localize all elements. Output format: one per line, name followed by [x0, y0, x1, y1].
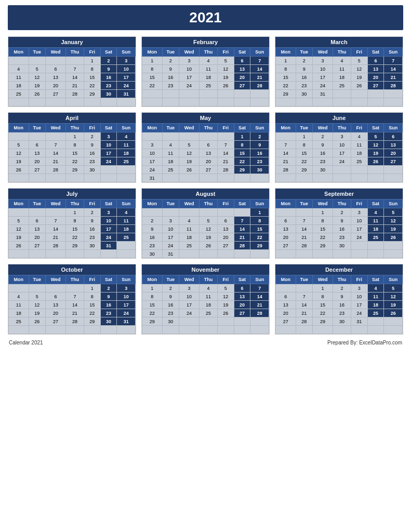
day-cell [333, 326, 351, 334]
day-cell: 9 [312, 141, 333, 149]
day-cell: 5 [217, 284, 234, 292]
day-header-tue: Tue [162, 124, 179, 132]
day-cell: 12 [29, 301, 45, 309]
day-cell: 26 [384, 309, 403, 317]
day-cell: 11 [351, 141, 367, 149]
day-cell [45, 250, 65, 258]
day-cell: 26 [217, 82, 234, 90]
day-cell [234, 326, 250, 334]
week-row [9, 326, 136, 334]
day-cell [29, 284, 45, 292]
day-cell: 25 [162, 166, 179, 174]
day-cell: 2 [333, 284, 351, 292]
day-cell: 23 [333, 233, 351, 242]
day-cell: 1 [84, 284, 100, 292]
day-cell: 28 [217, 166, 234, 174]
week-row [276, 250, 403, 258]
week-row: 12131415161718 [9, 225, 136, 233]
week-row: 25262728293031 [9, 90, 136, 98]
day-cell: 11 [117, 217, 136, 225]
week-row [9, 174, 136, 182]
day-cell [217, 174, 234, 182]
day-cell: 4 [9, 292, 29, 301]
day-cell [200, 250, 218, 258]
day-cell: 27 [367, 82, 384, 90]
day-cell: 18 [200, 301, 218, 309]
day-cell: 11 [162, 149, 179, 157]
day-cell [117, 174, 136, 182]
day-cell: 5 [200, 217, 218, 225]
week-row: 11121314151617 [9, 73, 136, 82]
day-cell: 10 [333, 141, 351, 149]
day-cell: 17 [117, 301, 136, 309]
day-cell: 20 [234, 73, 250, 82]
day-cell: 10 [117, 65, 136, 73]
month-table-december: MonTueWedThuFriSatSun1234567891011121314… [275, 275, 403, 334]
day-cell: 24 [117, 309, 136, 317]
week-row [276, 174, 403, 182]
day-cell: 31 [100, 242, 117, 250]
day-cell: 8 [84, 65, 100, 73]
day-cell: 24 [117, 82, 136, 90]
day-cell: 5 [217, 57, 234, 65]
week-row: 2728293031 [276, 317, 403, 326]
day-cell: 18 [179, 233, 199, 242]
day-cell: 8 [312, 217, 333, 225]
week-row [142, 326, 269, 334]
day-cell: 21 [234, 233, 250, 242]
day-cell [45, 174, 65, 182]
day-cell: 26 [179, 166, 199, 174]
day-cell: 29 [84, 90, 100, 98]
day-cell: 13 [234, 65, 250, 73]
day-cell [100, 166, 117, 174]
day-header-sun: Sun [117, 124, 136, 132]
month-table-march: MonTueWedThuFriSatSun1234567891011121314… [275, 47, 403, 107]
day-header-sun: Sun [117, 275, 136, 284]
day-cell [250, 250, 269, 258]
day-header-tue: Tue [162, 200, 179, 208]
day-cell: 19 [217, 301, 234, 309]
day-cell: 21 [276, 157, 296, 166]
day-cell: 26 [29, 90, 45, 98]
week-row [142, 90, 269, 98]
day-header-thu: Thu [333, 275, 351, 284]
day-cell: 11 [367, 217, 384, 225]
day-header-sat: Sat [234, 200, 250, 208]
day-cell: 28 [234, 242, 250, 250]
year-title: 2021 [8, 5, 403, 30]
week-row: 12345 [276, 284, 403, 292]
day-header-tue: Tue [29, 124, 45, 132]
day-cell [117, 250, 136, 258]
day-cell [84, 174, 100, 182]
day-cell [276, 132, 296, 141]
week-row: 6789101112 [276, 292, 403, 301]
day-cell: 5 [9, 217, 29, 225]
day-cell: 2 [162, 57, 179, 65]
day-cell: 10 [100, 217, 117, 225]
day-cell: 30 [100, 317, 117, 326]
day-cell [142, 208, 163, 217]
day-cell: 13 [217, 225, 234, 233]
day-cell: 10 [162, 225, 179, 233]
week-row: 31 [142, 174, 269, 182]
day-cell: 1 [250, 208, 269, 217]
month-title-april: April [8, 113, 136, 123]
day-cell: 17 [351, 301, 367, 309]
day-cell: 20 [367, 73, 384, 82]
day-cell: 7 [296, 292, 312, 301]
day-cell: 22 [234, 157, 250, 166]
day-cell [367, 326, 384, 334]
day-cell: 20 [276, 233, 296, 242]
day-cell: 16 [162, 73, 179, 82]
day-cell [276, 326, 296, 334]
day-cell: 2 [84, 132, 100, 141]
day-cell: 27 [234, 309, 250, 317]
day-cell: 21 [296, 309, 312, 317]
day-cell [217, 326, 234, 334]
day-cell: 19 [351, 73, 367, 82]
month-table-august: MonTueWedThuFriSatSun1234567891011121314… [142, 199, 269, 258]
month-title-january: January [8, 37, 136, 47]
day-cell: 17 [117, 73, 136, 82]
day-header-tue: Tue [162, 275, 179, 284]
day-cell: 20 [276, 309, 296, 317]
